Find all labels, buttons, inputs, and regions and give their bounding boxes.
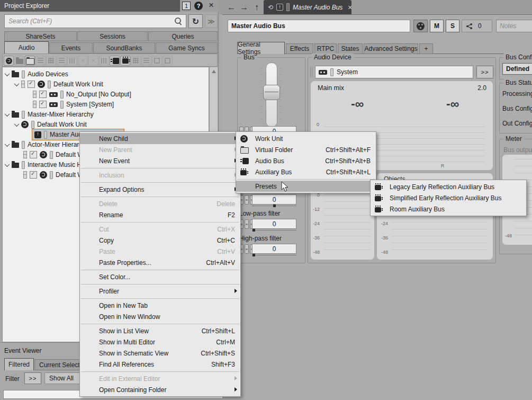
include-checkbox[interactable] — [30, 151, 37, 158]
menu-item-profiler[interactable]: Profiler — [80, 286, 240, 297]
menu-item-expand-options[interactable]: Expand Options — [80, 184, 240, 195]
search-input[interactable] — [4, 14, 186, 28]
toolbar-list-button[interactable] — [57, 56, 67, 66]
slider-position-marker[interactable] — [253, 229, 255, 232]
toolbar-scissors-button[interactable]: × — [78, 56, 88, 66]
menu-item-new-parent[interactable]: New Parent — [80, 144, 240, 155]
device-selector[interactable]: System — [315, 66, 473, 78]
refresh-button[interactable]: ↻ — [188, 14, 203, 28]
mute-button[interactable]: M — [430, 20, 444, 32]
tree-item-default-work-unit[interactable]: Default Work Unit — [15, 120, 87, 129]
slider-position-marker[interactable] — [253, 254, 255, 256]
tree-item-system[interactable]: System [System] — [33, 100, 114, 109]
toolbar-faders-button[interactable] — [67, 56, 77, 66]
tab-soundbanks[interactable]: SoundBanks — [93, 42, 155, 54]
tab-advanced-settings[interactable]: Advanced Settings — [364, 43, 418, 54]
close-icon[interactable]: × — [206, 0, 216, 11]
tab-rtpc[interactable]: RTPC — [314, 43, 337, 54]
drag-grip[interactable] — [310, 66, 313, 78]
menu-item-inclusion[interactable]: Inclusion — [80, 170, 240, 181]
lowpass-field[interactable]: 0 — [252, 219, 296, 229]
toolbar-grid-button[interactable] — [46, 56, 56, 66]
toolbar-link-button[interactable] — [131, 56, 141, 66]
tree-item-audio-devices[interactable]: Audio Devices — [5, 69, 68, 79]
menu-item-open-in-new-tab[interactable]: Open in New Tab — [80, 300, 240, 311]
tab-queries[interactable]: Queries — [148, 31, 218, 41]
tab-game-syncs[interactable]: Game Syncs — [156, 42, 218, 54]
include-checkbox[interactable] — [39, 91, 47, 98]
tree-item-no-output[interactable]: No_Output [No Output] — [33, 90, 131, 99]
menu-item-copy[interactable]: CopyCtrl+C — [80, 235, 240, 246]
chevron-down-icon[interactable] — [5, 141, 10, 147]
nav-back-button[interactable]: ← — [226, 1, 237, 13]
tab-states[interactable]: States — [338, 43, 363, 54]
filter-expand-button[interactable]: >> — [24, 372, 41, 384]
menu-item-delete[interactable]: DeleteDelete — [80, 198, 240, 209]
bus-configuration-dropdown[interactable]: Defined — [502, 63, 532, 75]
tab-add[interactable]: + — [419, 43, 433, 54]
toolbar-work-unit-button[interactable] — [4, 56, 14, 66]
menu-item-auxiliary-bus[interactable]: Auxiliary BusCtrl+Shift+Alt+L — [236, 166, 376, 177]
toolbar-no-sound-button[interactable]: × — [88, 56, 98, 66]
nav-up-button[interactable]: ↑ — [251, 1, 263, 13]
toolbar-auxiliary-bus-button[interactable] — [120, 56, 130, 66]
menu-item-rename[interactable]: RenameF2 — [80, 209, 240, 220]
help-icon[interactable]: ? — [194, 2, 203, 10]
tab-events[interactable]: Events — [49, 42, 93, 54]
tab-effects[interactable]: Effects — [286, 43, 313, 54]
tree-item-master-mixer-hierarchy[interactable]: Master-Mixer Hierarchy — [5, 110, 94, 119]
menu-item-work-unit[interactable]: Work Unit — [236, 133, 376, 144]
highpass-field[interactable]: 0 — [252, 244, 296, 254]
bus-volume-fader-thumb[interactable] — [263, 85, 280, 100]
chevron-down-icon[interactable] — [5, 71, 10, 76]
menu-item-audio-bus[interactable]: Audio BusCtrl+Shift+Alt+B — [236, 155, 376, 166]
tab-sessions[interactable]: Sessions — [77, 31, 148, 41]
sharesets-counter[interactable]: 0 — [462, 20, 492, 32]
color-button[interactable] — [413, 20, 428, 32]
menu-item-find-all-references[interactable]: Find All ReferencesShift+F3 — [80, 359, 240, 370]
solo-button[interactable]: S — [446, 20, 459, 32]
tab-sharesets[interactable]: ShareSets — [4, 31, 77, 41]
toolbar-capture-button[interactable] — [99, 56, 109, 66]
slider-position-marker[interactable] — [273, 205, 276, 207]
toolbar-audio-bus-button[interactable] — [110, 56, 120, 66]
menu-item-show-in-multi-editor[interactable]: Show in Multi EditorCtrl+M — [80, 336, 240, 348]
scroll-up-icon[interactable] — [212, 70, 216, 73]
menu-item-cut[interactable]: CutCtrl+X — [80, 224, 240, 235]
toolbar-table-button[interactable] — [141, 56, 151, 66]
include-checkbox[interactable] — [28, 81, 35, 88]
toolbar-folder-button[interactable] — [14, 56, 24, 66]
menu-item-new-event[interactable]: New Event — [80, 155, 240, 166]
chevron-down-icon[interactable] — [5, 162, 10, 167]
tree-item-actor-mixer-hierarchy[interactable]: Actor-Mixer Hierarchy — [5, 140, 89, 149]
chevron-down-icon[interactable] — [14, 121, 20, 127]
voice-pitch-field[interactable]: 0 — [252, 194, 296, 205]
object-name-field[interactable] — [228, 20, 410, 32]
menu-item-paste[interactable]: PasteCtrl+V — [80, 246, 240, 257]
menu-item-set-color[interactable]: Set Color... — [80, 271, 240, 282]
nav-forward-button[interactable]: → — [238, 1, 250, 13]
toolbar-swap-button[interactable] — [152, 56, 162, 66]
toolbar-virtual-folder-button[interactable] — [25, 56, 35, 66]
menu-item-open-containing-folder[interactable]: Open Containing Folder — [80, 384, 240, 395]
menu-item-simplified-early-reflection-auxiliary-bus[interactable]: Simplified Early Reflection Auxiliary Bu… — [371, 192, 526, 203]
tab-audio[interactable]: Audio — [4, 41, 49, 54]
notes-field[interactable] — [496, 20, 532, 32]
device-expand-button[interactable]: >> — [476, 66, 493, 78]
chevron-down-icon[interactable] — [5, 111, 10, 117]
menu-item-edit-in-external-editor[interactable]: Edit in External Editor — [80, 373, 240, 384]
include-checkbox[interactable] — [39, 101, 47, 108]
menu-item-show-in-schematic-view[interactable]: Show in Schematic ViewCtrl+Shift+S — [80, 348, 240, 359]
search-more-button[interactable]: ≫ — [205, 14, 218, 28]
toolbar-expand-button[interactable] — [163, 56, 173, 66]
tab-filtered[interactable]: Filtered — [4, 358, 34, 370]
tab-general-settings[interactable]: General Settings — [237, 42, 285, 54]
menu-item-virtual-folder[interactable]: Virtual FolderCtrl+Shift+Alt+F — [236, 144, 376, 155]
menu-item-room-auxiliary-bus[interactable]: Room Auxiliary Bus — [371, 203, 526, 215]
include-checkbox[interactable] — [30, 171, 37, 179]
menu-item-show-in-list-view[interactable]: Show in List ViewCtrl+Shift+L — [80, 325, 240, 336]
close-icon[interactable]: × — [348, 3, 352, 12]
menu-item-new-child[interactable]: New Child — [80, 133, 240, 144]
doc-tab-master-audio-bus[interactable]: ⟲ Master Audio Bus × — [264, 0, 351, 14]
chevron-down-icon[interactable] — [14, 81, 20, 86]
